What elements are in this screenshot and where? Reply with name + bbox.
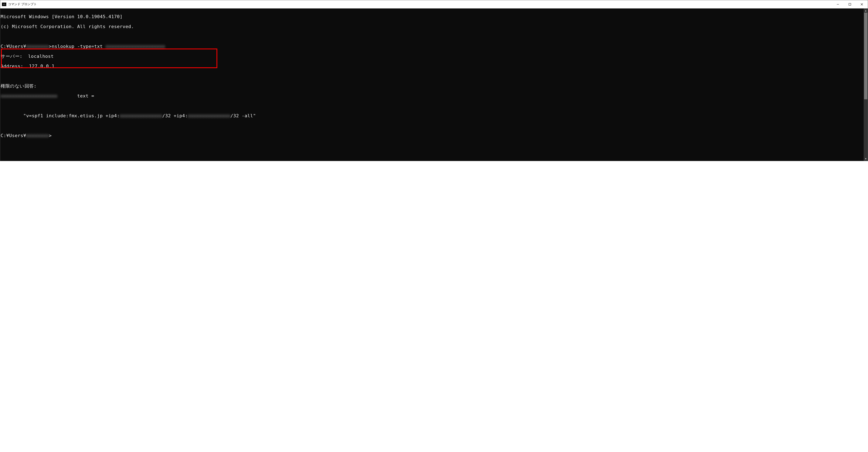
spf-text: "v=spf1 include:fmx.etius.jp +ip4: <box>1 113 120 118</box>
redacted-text: xxxxxxxxxxxxxxxxxxxxx <box>106 44 165 49</box>
prompt-text: C:¥Users¥ <box>1 133 26 138</box>
scroll-up-button[interactable]: ▲ <box>864 8 868 12</box>
output-line: C:¥Users¥xxxxxxxx>nslookup -type=txt xxx… <box>1 44 864 49</box>
output-line: "v=spf1 include:fmx.etius.jp +ip4:xxxxxx… <box>1 113 864 118</box>
output-line <box>1 74 864 79</box>
vertical-scrollbar[interactable]: ▲ ▼ <box>864 8 868 161</box>
output-line: Microsoft Windows [Version 10.0.19045.41… <box>1 14 864 19</box>
svg-rect-1 <box>849 3 851 5</box>
redacted-text: xxxxxxxxxxxxxxx <box>188 113 230 118</box>
output-line: 権限のない回答: <box>1 84 864 89</box>
redacted-text: xxxxxxxx <box>26 133 49 138</box>
window-title: コマンド プロンプト <box>8 2 37 6</box>
redacted-text: xxxxxxxxxxxxxxx <box>120 113 162 118</box>
minimize-button[interactable] <box>832 0 844 8</box>
close-button[interactable] <box>856 0 868 8</box>
output-line: サーバー: localhost <box>1 54 864 59</box>
spf-text: /32 -all" <box>230 113 256 118</box>
output-line: (c) Microsoft Corporation. All rights re… <box>1 24 864 29</box>
output-line <box>1 103 864 109</box>
terminal-output[interactable]: Microsoft Windows [Version 10.0.19045.41… <box>0 8 864 161</box>
command-text: >nslookup -type=txt <box>49 44 106 49</box>
output-text: text = <box>57 93 94 98</box>
command-prompt-window: C:\. コマンド プロンプト Microsoft Windows [Versi… <box>0 0 868 161</box>
spf-text: /32 +ip4: <box>162 113 188 118</box>
cmd-icon: C:\. <box>2 2 6 6</box>
scroll-down-button[interactable]: ▼ <box>864 157 868 161</box>
redacted-text: xxxxxxxx <box>26 44 49 49</box>
titlebar[interactable]: C:\. コマンド プロンプト <box>0 0 868 8</box>
scroll-track[interactable] <box>864 12 868 157</box>
redacted-text: xxxxxxxxxxxxxxxxxxxx <box>1 94 57 98</box>
prompt-text: C:¥Users¥ <box>1 44 26 49</box>
output-line: xxxxxxxxxxxxxxxxxxxx text = <box>1 94 864 98</box>
output-line <box>1 34 864 39</box>
scroll-thumb[interactable] <box>864 12 867 99</box>
prompt-tail: > <box>49 133 52 138</box>
output-line: Address: 127.0.0.1 <box>1 64 864 69</box>
output-line: C:¥Users¥xxxxxxxx> <box>1 133 864 138</box>
content-area: Microsoft Windows [Version 10.0.19045.41… <box>0 8 868 161</box>
window-controls <box>832 0 868 8</box>
output-line <box>1 123 864 128</box>
maximize-button[interactable] <box>844 0 856 8</box>
